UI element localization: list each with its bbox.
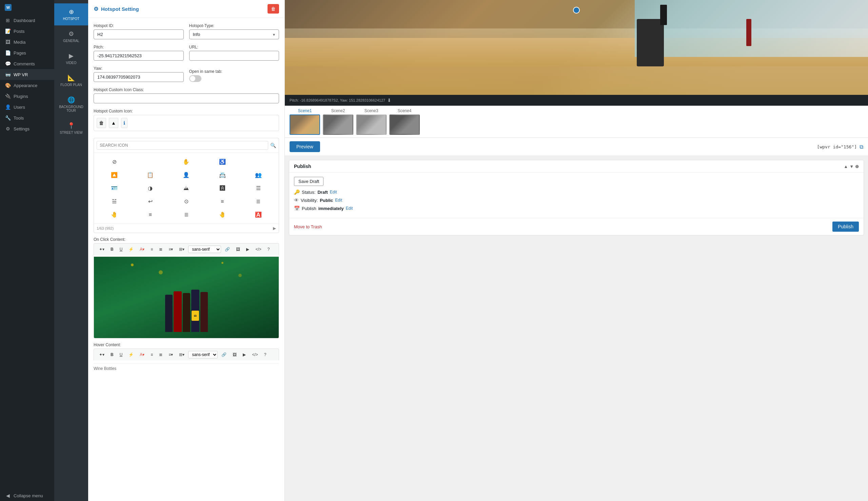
- link-btn2[interactable]: 🔗: [219, 351, 229, 359]
- scene3-thumb[interactable]: [356, 115, 387, 135]
- icon-cell[interactable]: 🤚: [97, 208, 132, 221]
- collapse-publish-icon[interactable]: ⊕: [855, 164, 859, 169]
- chevron-up-icon[interactable]: ▲: [844, 164, 848, 169]
- scene2-item[interactable]: Scene2: [323, 108, 353, 135]
- color-btn[interactable]: A▾: [137, 246, 147, 253]
- icon-search-input[interactable]: [97, 141, 268, 150]
- icon-cell[interactable]: ⛰: [168, 182, 204, 194]
- list2-btn2[interactable]: ≣: [157, 351, 165, 359]
- sparkle-btn[interactable]: ✦▾: [97, 246, 107, 253]
- sidebar-item-media[interactable]: 🖼 Media: [0, 36, 54, 47]
- icon-class-input[interactable]: [94, 94, 279, 103]
- scene3-item[interactable]: Scene3: [356, 108, 387, 135]
- code-btn2[interactable]: </>: [250, 351, 260, 359]
- save-draft-button[interactable]: Save Draft: [294, 177, 323, 186]
- scene1-item[interactable]: Scene1: [290, 108, 320, 135]
- sidebar-item-plugins[interactable]: 🔌 Plugins: [0, 91, 54, 102]
- icon-cell[interactable]: ≡: [205, 195, 240, 207]
- visibility-edit-link[interactable]: Edit: [335, 198, 342, 203]
- icon-cell[interactable]: ◑: [133, 182, 168, 194]
- copy-shortcode-icon[interactable]: ⧉: [859, 143, 863, 150]
- sidebar-item-pages[interactable]: 📄 Pages: [0, 47, 54, 58]
- icon-cell[interactable]: ↩: [133, 195, 168, 207]
- sub-sidebar-floor-plan[interactable]: 📐 FLOOR PLAN: [54, 70, 88, 92]
- list-btn[interactable]: ≡: [148, 246, 155, 253]
- info-icon-button[interactable]: ℹ: [121, 118, 127, 128]
- expand-icon[interactable]: ▶: [273, 226, 276, 231]
- yaw-input[interactable]: [94, 72, 184, 82]
- icon-cell[interactable]: 📋: [133, 169, 168, 181]
- upload-icon-button[interactable]: 🗑: [97, 118, 106, 128]
- sidebar-item-settings[interactable]: ⚙ Settings: [0, 123, 54, 134]
- icon-cell[interactable]: ≣: [168, 208, 204, 221]
- sidebar-item-users[interactable]: 👤 Users: [0, 102, 54, 113]
- icon-cell[interactable]: ☰: [241, 182, 276, 194]
- icon-cell[interactable]: 👥: [241, 169, 276, 181]
- icon-cell[interactable]: ♿: [205, 156, 240, 168]
- icon-cell[interactable]: 🪪: [97, 182, 132, 194]
- align-btn[interactable]: ≡▾: [166, 246, 175, 253]
- pitch-input[interactable]: [94, 51, 184, 61]
- sidebar-item-wpvr[interactable]: 🥽 WP VR: [0, 69, 54, 80]
- icon-cell[interactable]: ☱: [97, 195, 132, 207]
- align-btn2[interactable]: ≡▾: [166, 351, 175, 359]
- font-family-select2[interactable]: sans-serif: [188, 351, 218, 359]
- underline-btn[interactable]: U: [117, 246, 125, 253]
- scene2-thumb[interactable]: [323, 115, 353, 135]
- media-btn2[interactable]: ▶: [240, 351, 248, 359]
- icon-cell[interactable]: 🅰️: [241, 208, 276, 221]
- icon-cell[interactable]: 🅰: [205, 182, 240, 194]
- status-edit-link[interactable]: Edit: [330, 190, 337, 194]
- sidebar-item-dashboard[interactable]: ⊞ Dashboard: [0, 15, 54, 26]
- bold-btn[interactable]: B: [108, 246, 116, 253]
- underline-btn2[interactable]: U: [117, 351, 125, 359]
- icon-cell[interactable]: 🔼: [97, 169, 132, 181]
- image-btn2[interactable]: 🖼: [230, 351, 239, 359]
- move-trash-link[interactable]: Move to Trash: [294, 224, 322, 229]
- click-editor-content[interactable]: 🕶: [94, 256, 279, 338]
- open-in-same-tab-toggle[interactable]: [189, 75, 201, 82]
- table-btn2[interactable]: ⊞▾: [177, 351, 187, 359]
- sub-sidebar-general[interactable]: ⚙ GENERAL: [54, 25, 88, 47]
- icon-cell[interactable]: 📇: [205, 169, 240, 181]
- scene4-item[interactable]: Scene4: [389, 108, 420, 135]
- table-btn[interactable]: ⊞▾: [177, 246, 187, 253]
- hotspot-id-input[interactable]: [94, 30, 184, 39]
- sidebar-item-appearance[interactable]: 🎨 Appearance: [0, 80, 54, 91]
- icon-cell[interactable]: 👤: [168, 169, 204, 181]
- sidebar-item-tools[interactable]: 🔧 Tools: [0, 113, 54, 123]
- hotspot-dot[interactable]: [573, 7, 580, 13]
- preview-button[interactable]: Preview: [290, 141, 320, 152]
- font-family-select[interactable]: sans-serif serif monospace: [188, 246, 221, 253]
- sub-sidebar-hotspot[interactable]: ⊕ HOTSPOT: [54, 3, 88, 25]
- sub-sidebar-street-view[interactable]: 📍 STREET VIEW: [54, 117, 88, 139]
- sidebar-item-posts[interactable]: 📝 Posts: [0, 26, 54, 36]
- list-btn2[interactable]: ≡: [148, 351, 155, 359]
- download-icon[interactable]: ⬇: [387, 98, 391, 103]
- icon-cell[interactable]: ⊘: [97, 156, 132, 168]
- help-btn[interactable]: ?: [265, 246, 272, 253]
- hotspot-type-select[interactable]: Info URL Scene Custom: [189, 30, 279, 39]
- icon-cell[interactable]: ✋: [168, 156, 204, 168]
- bold-btn2[interactable]: B: [108, 351, 116, 359]
- media-btn[interactable]: ▶: [244, 246, 252, 253]
- color-btn2[interactable]: A▾: [137, 351, 147, 359]
- sub-sidebar-background-tour[interactable]: 🌐 BACKGROUND TOUR: [54, 92, 88, 117]
- sidebar-item-comments[interactable]: 💬 Comments: [0, 58, 54, 69]
- icon-cell[interactable]: ≡: [133, 208, 168, 221]
- format-btn[interactable]: ⚡: [126, 246, 136, 253]
- format-btn2[interactable]: ⚡: [126, 351, 136, 359]
- list2-btn[interactable]: ≣: [157, 246, 165, 253]
- sparkle-btn2[interactable]: ✦▾: [97, 351, 107, 359]
- upload-arrow-button[interactable]: ▲: [109, 118, 118, 128]
- icon-cell[interactable]: [133, 156, 168, 168]
- help-btn2[interactable]: ?: [262, 351, 269, 359]
- chevron-down-icon[interactable]: ▼: [849, 164, 854, 169]
- link-btn[interactable]: 🔗: [222, 246, 232, 253]
- scene1-thumb[interactable]: [290, 115, 320, 135]
- delete-hotspot-button[interactable]: 🗑: [268, 4, 279, 13]
- sub-sidebar-video[interactable]: ▶ VIDEO: [54, 47, 88, 70]
- publish-edit-link[interactable]: Edit: [346, 206, 353, 211]
- url-input[interactable]: [189, 51, 279, 61]
- icon-cell[interactable]: 🤚: [205, 208, 240, 221]
